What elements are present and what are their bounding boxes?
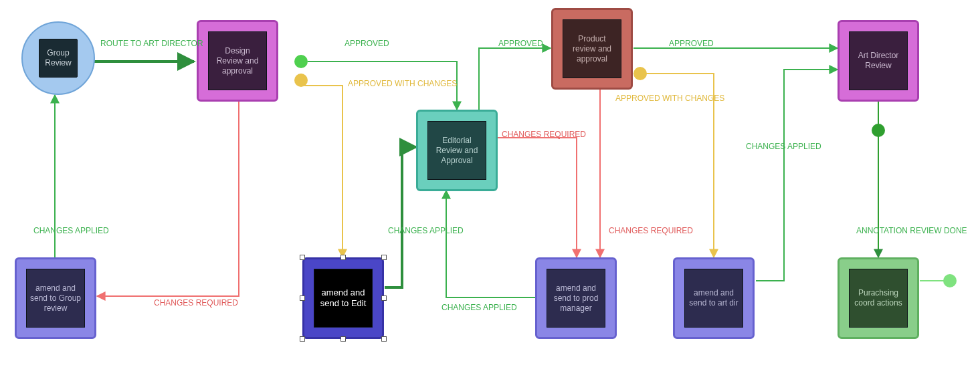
edge-approved-changes-1 [304,86,342,257]
node-group-review[interactable]: Group Review [21,21,95,95]
node-amend-group[interactable]: amend and send to Group review [15,257,96,339]
edge-label: ANNOTATION REVIEW DONE [856,226,967,235]
edge-label: APPROVED [669,39,714,48]
node-amend-art[interactable]: amend and send to art dir [673,257,755,339]
node-editorial-review[interactable]: Editorial Review and Approval [416,110,498,191]
selection-handle[interactable] [300,255,305,260]
edge-label: CHANGES APPLIED [388,226,464,235]
edge-changes-applied-2 [385,147,416,287]
selection-handle[interactable] [381,336,387,342]
node-label: amend and send to Group review [26,269,85,328]
edge-label: APPROVED WITH CHANGES [615,94,724,103]
node-product-review[interactable]: Product review and approval [551,8,633,90]
node-label: Purachsing coord actions [849,269,908,328]
node-amend-prod[interactable]: amend and send to prod manager [535,257,617,339]
node-label: Art Director Review [849,31,908,90]
selection-handle[interactable] [340,336,346,342]
edge-changes-required-2 [498,138,577,257]
edge-changes-applied-4 [756,70,838,281]
selection-handle[interactable] [381,255,387,260]
connector-dot-annotation [872,124,885,137]
selection-handle[interactable] [381,295,387,301]
node-label: amend and send to prod manager [547,269,605,328]
node-label: Group Review [39,39,78,78]
edge-label: CHANGES REQUIRED [154,298,238,308]
edge-label: CHANGES APPLIED [746,142,821,151]
edge-label: CHANGES REQUIRED [502,130,586,139]
node-label: Product review and approval [563,19,621,78]
node-label: Editorial Review and Approval [427,121,486,180]
edge-label: APPROVED [498,39,543,48]
edge-changes-required-1 [97,102,239,296]
edge-label: APPROVED [345,39,389,48]
connector-dot-approved-changes-2 [633,67,647,80]
selection-handle[interactable] [300,295,305,301]
node-label: amend and send to art dir [684,269,743,328]
node-label: amend and send to Edit [314,269,373,328]
edge-label: CHANGES APPLIED [33,226,109,235]
edge-approved-1 [308,62,457,110]
connector-dot-approved-changes-1 [294,74,308,87]
edge-approved-2 [479,48,551,110]
edge-approved-changes-2 [633,74,714,257]
connector-dot-end [943,274,957,287]
selection-handle[interactable] [300,336,305,342]
edge-label: APPROVED WITH CHANGES [348,79,457,88]
node-design-review[interactable]: Design Review and approval [197,20,278,102]
node-label: Design Review and approval [208,31,267,90]
node-purchasing[interactable]: Purachsing coord actions [838,257,919,339]
selection-handle[interactable] [340,255,346,260]
node-amend-edit[interactable]: amend and send to Edit [302,257,384,339]
edge-label: ROUTE TO ART DIRECTOR [100,39,203,48]
edge-label: CHANGES REQUIRED [609,226,693,235]
connector-dot-approved-1 [294,55,308,68]
edge-changes-applied-3 [446,191,535,297]
edge-label: CHANGES APPLIED [442,303,517,312]
node-art-director-review[interactable]: Art Director Review [838,20,919,102]
